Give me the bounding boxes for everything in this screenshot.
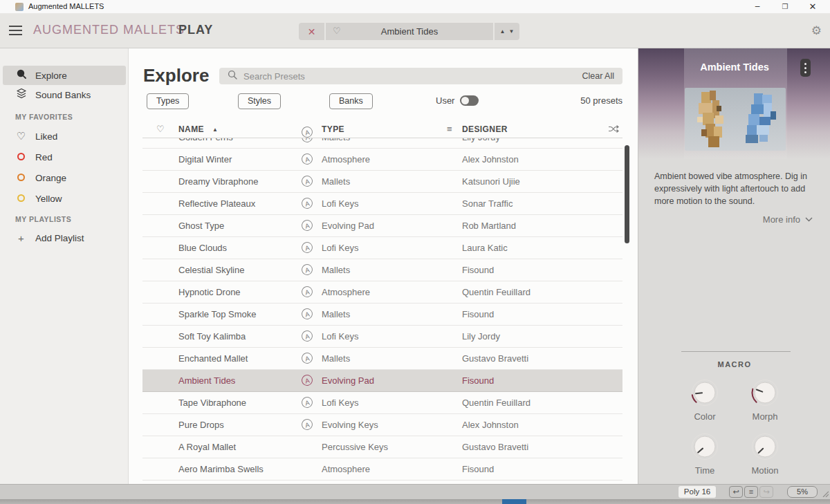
bottom-strip-indicator <box>502 499 526 504</box>
preset-hero: Ambient Tides <box>638 48 830 159</box>
styles-filter-button[interactable]: Styles <box>238 93 281 109</box>
favorite-color-icon <box>15 192 27 205</box>
sidebar-item-explore[interactable]: Explore <box>3 66 126 85</box>
preset-name-display[interactable]: ♡ Ambient Tides <box>326 23 493 40</box>
liked-column-icon[interactable]: ♡ <box>156 124 165 134</box>
search-input[interactable]: Search Presets Clear All <box>219 68 622 84</box>
table-row[interactable]: Reflective Plateaux A Lofi Keys Sonar Tr… <box>142 193 622 215</box>
types-filter-button[interactable]: Types <box>147 93 189 109</box>
polyphony-button[interactable]: Poly 16 <box>679 486 716 498</box>
chevron-down-icon <box>805 217 813 222</box>
more-info-button[interactable]: More info <box>763 214 813 225</box>
table-row[interactable]: Hypnotic Drone A Atmosphere Quentin Feui… <box>142 281 622 304</box>
maximize-button[interactable]: ❐ <box>775 0 795 14</box>
table-row[interactable]: Digital Winter A Atmosphere Alex Johnsto… <box>142 149 622 171</box>
search-placeholder: Search Presets <box>243 71 582 82</box>
page-title: Explore <box>143 65 209 86</box>
table-row[interactable]: Soft Toy Kalimba A Lofi Keys Lily Jordy <box>142 326 622 348</box>
preset-down-icon[interactable]: ▼ <box>509 28 515 35</box>
preset-clear-icon[interactable]: ✕ <box>299 23 324 40</box>
sidebar-favorite-item[interactable]: Yellow <box>3 189 126 208</box>
table-scrollbar[interactable] <box>625 145 629 243</box>
preset-info-panel: Ambient Tides <box>638 48 830 484</box>
add-playlist-label: Add Playlist <box>35 233 84 243</box>
banks-filter-button[interactable]: Banks <box>329 93 373 109</box>
close-button[interactable]: ✕ <box>802 0 823 14</box>
cpu-meter-button[interactable]: 5% <box>787 486 818 498</box>
history-menu-button[interactable]: ≡ <box>744 486 758 498</box>
user-filter-label: User <box>436 95 454 106</box>
preset-name: Ambient Tides <box>381 26 438 37</box>
macro-knob[interactable]: Morph <box>735 377 795 422</box>
preset-up-icon[interactable]: ▲ <box>500 28 506 35</box>
plugin-header: AUGMENTED MALLETS PLAY ✕ ♡ Ambient Tides… <box>0 14 830 48</box>
macro-knob[interactable]: Color <box>674 377 735 422</box>
table-row[interactable]: Sparkle Top Smoke A Mallets Fisound <box>142 304 622 326</box>
preset-count: 50 presets <box>580 95 622 106</box>
type-column-header[interactable]: TYPE <box>322 124 344 134</box>
table-row[interactable]: Enchanted Mallet A Mallets Gustavo Brave… <box>142 348 622 370</box>
clear-all-button[interactable]: Clear All <box>582 71 614 81</box>
bottom-toolbar: Poly 16 ↩ ≡ ↪ 5% <box>0 484 830 499</box>
name-column-header[interactable]: NAME <box>178 124 204 134</box>
macro-knob-label: Color <box>674 411 735 422</box>
table-header: ♡ NAME ▲ A TYPE ≡ DESIGNER <box>142 122 622 138</box>
favorite-color-icon <box>15 171 27 184</box>
os-titlebar: Augmented MALLETS – ❐ ✕ <box>0 0 830 14</box>
table-row[interactable]: Tape Vibraphone A Lofi Keys Quentin Feui… <box>142 392 622 414</box>
undo-button[interactable]: ↩ <box>729 486 743 498</box>
explore-icon <box>15 68 27 82</box>
table-row[interactable]: Pure Drops A Evolving Keys Alex Johnston <box>142 414 622 436</box>
app-icon <box>15 3 24 11</box>
minimize-button[interactable]: – <box>747 0 768 14</box>
preset-description: Ambient bowed vibe atmosphere. Dig in ex… <box>654 171 822 207</box>
main-menu-icon[interactable] <box>9 26 22 36</box>
sidebar-favorite-item[interactable]: Red <box>3 147 126 167</box>
preset-selector: ✕ ♡ Ambient Tides ▲ ▼ <box>299 23 519 40</box>
playlists-header: MY PLAYLISTS <box>15 215 71 223</box>
settings-gear-icon[interactable]: ⚙ <box>811 24 822 38</box>
sort-ascending-icon[interactable]: ▲ <box>212 127 218 133</box>
redo-button[interactable]: ↪ <box>759 486 773 498</box>
table-row[interactable]: Celestial Skyline A Mallets Fisound <box>142 259 622 281</box>
preset-table-body: Golden Ferns A Mallets Lily Jordy Digita… <box>142 138 622 484</box>
favorites-header: MY FAVORITES <box>15 113 73 121</box>
macro-knob[interactable]: Time <box>674 431 735 476</box>
kebab-menu-icon[interactable] <box>800 59 811 77</box>
table-row[interactable]: Ghost Type A Evolving Pad Rob Martland <box>142 215 622 237</box>
window-title: Augmented MALLETS <box>28 2 104 10</box>
preset-artwork <box>685 88 786 151</box>
macro-knob-label: Motion <box>735 465 795 476</box>
designer-column-header[interactable]: DESIGNER <box>462 124 508 134</box>
resize-grip-icon[interactable] <box>822 490 829 497</box>
more-info-label: More info <box>763 214 800 225</box>
table-row[interactable]: Ambient Tides A Evolving Pad Fisound <box>142 370 622 392</box>
augmented-mallets-window: Augmented MALLETS – ❐ ✕ AUGMENTED MALLET… <box>0 0 830 504</box>
bottom-strip <box>0 499 830 504</box>
plus-icon: + <box>15 232 27 244</box>
preset-prev-next[interactable]: ▲ ▼ <box>495 23 519 40</box>
table-row[interactable]: Golden Ferns A Mallets Lily Jordy <box>142 138 622 149</box>
sidebar-favorite-item[interactable]: ♡ Liked <box>3 127 126 146</box>
macro-section-label: MACRO <box>638 360 830 368</box>
table-row[interactable]: Aero Marimba Swells A Atmosphere Fisound <box>142 458 622 480</box>
designer-column-icon[interactable]: ≡ <box>447 124 452 134</box>
macro-knob[interactable]: Motion <box>735 431 795 476</box>
sidebar-item-sound-banks[interactable]: Sound Banks <box>3 85 126 104</box>
user-toggle[interactable] <box>460 95 479 106</box>
sidebar-favorite-item[interactable]: Orange <box>3 168 126 187</box>
favorite-color-icon <box>15 151 27 163</box>
explore-panel: Explore Search Presets Clear All Types S… <box>129 48 638 484</box>
shuffle-icon[interactable] <box>608 124 619 136</box>
brand-title: AUGMENTED MALLETS <box>33 23 185 37</box>
macro-knob-label: Time <box>674 465 735 476</box>
add-playlist-button[interactable]: + Add Playlist <box>3 228 126 248</box>
sidebar-item-label: Sound Banks <box>35 90 91 100</box>
table-row[interactable]: A Royal Mallet A Percussive Keys Gustavo… <box>142 436 622 458</box>
preset-like-icon[interactable]: ♡ <box>333 26 341 36</box>
macro-knob-label: Morph <box>735 411 795 422</box>
table-row[interactable]: Dreamy Vibraphone A Mallets Katsunori Uj… <box>142 171 622 193</box>
table-row[interactable]: Blue Clouds A Lofi Keys Laura Katic <box>142 237 622 259</box>
macro-divider <box>681 351 791 352</box>
search-icon <box>228 70 237 82</box>
